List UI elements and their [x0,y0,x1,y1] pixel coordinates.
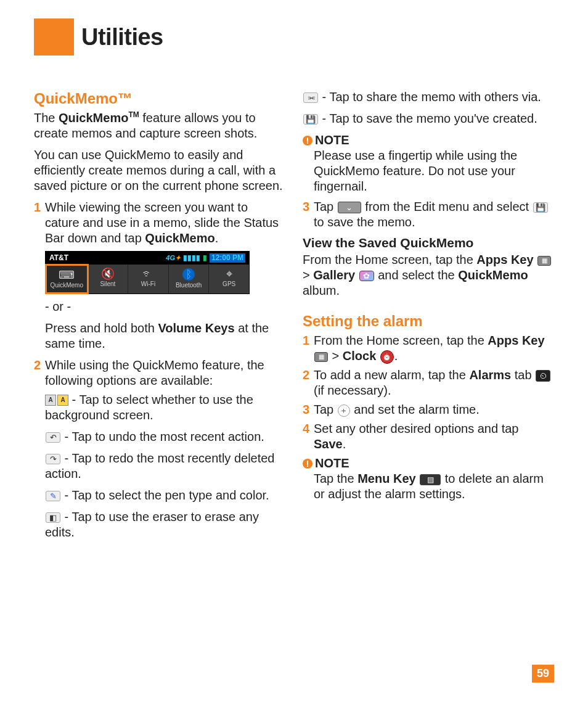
option-eraser: ◧ - Tap to use the eraser to erase any e… [45,509,285,540]
undo-icon: ↶ [46,432,60,443]
right-column: ⫘ - Tap to share the memo with others vi… [303,89,554,546]
note-body: Tap the Menu Key ▤ to delete an alarm or… [314,471,554,502]
status-bar-screenshot: AT&T 4G✦ ▮▮▮▮ ▮ 12:00 PM ⌨QuickMemo 🔇Sil… [45,251,250,294]
toggle-quickmemo: ⌨QuickMemo [45,264,89,294]
note-heading: ! NOTE [303,133,554,148]
page-title: Utilities [74,18,163,55]
section-heading-quickmemo: QuickMemo™ [34,89,285,108]
note-bullet-icon: ! [303,136,312,146]
toggle-gps: ⌖GPS [209,265,249,293]
option-pen: ✎ - Tap to select the pen type and color… [45,488,285,503]
alarms-tab-icon: ⏲ [536,370,550,382]
apps-key-icon: ▦ [537,256,551,266]
step-1: 1 While viewing the screen you want to c… [34,200,285,246]
header-accent [34,18,74,55]
save-icon: 💾 [533,202,548,213]
page-header: Utilities [34,18,554,55]
status-right: 4G✦ ▮▮▮▮ ▮ 12:00 PM [166,253,245,263]
gallery-icon: ✿ [359,271,374,281]
note-bullet-icon: ! [303,459,312,469]
step-2: 2 While using the QuickMemo feature, the… [34,358,285,388]
option-save: 💾 - Tap to save the memo you've created. [303,111,554,126]
pen-icon: ✎ [46,491,60,501]
left-column: QuickMemo™ The QuickMemoTM feature allow… [34,89,285,546]
carrier-label: AT&T [49,253,68,263]
toggle-bluetooth: ᛒBluetooth [169,265,210,293]
eraser-icon: ◧ [46,512,60,523]
redo-icon: ↷ [46,454,60,464]
save-icon: 💾 [303,114,318,125]
alarm-step-2: 2 To add a new alarm, tap the Alarms tab… [303,367,554,398]
note-body: Please use a fingertip while using the Q… [314,148,554,194]
alarm-step-1: 1 From the Home screen, tap the Apps Key… [303,333,554,364]
page-number: 59 [532,665,554,683]
option-redo: ↷ - Tap to redo the most recently delete… [45,451,285,482]
clock-icon: ⏰ [380,350,394,364]
option-share: ⫘ - Tap to share the memo with others vi… [303,89,554,105]
option-background: AA - Tap to select whether to use the ba… [45,392,285,423]
paragraph: You can use QuickMemo to easily and effi… [34,147,285,194]
share-icon: ⫘ [303,92,318,103]
step-3: 3 Tap ⌄ from the Edit menu and select 💾 … [303,199,554,230]
background-toggle-icon: AA [45,395,68,406]
paragraph: Press and hold both Volume Keys at the s… [45,321,285,351]
paragraph: From the Home screen, tap the Apps Key ▦… [303,252,554,298]
toggle-silent: 🔇Silent [88,265,129,293]
chevron-down-icon: ⌄ [338,202,361,213]
or-divider: - or - [45,299,285,314]
menu-key-icon: ▤ [420,474,441,485]
note-heading: ! NOTE [303,456,554,471]
alarm-step-3: 3 Tap ＋ and set the alarm time. [303,402,554,417]
apps-key-icon: ▦ [314,352,328,362]
add-icon: ＋ [338,404,350,417]
paragraph: The QuickMemoTM feature allows you to cr… [34,110,285,141]
toggle-wifi: ᯤWi-Fi [128,265,169,293]
option-undo: ↶ - Tap to undo the most recent action. [45,429,285,445]
alarm-step-4: 4 Set any other desired options and tap … [303,421,554,452]
section-heading-alarm: Setting the alarm [303,312,554,330]
subheading-view-quickmemo: View the Saved QuickMemo [303,235,554,251]
